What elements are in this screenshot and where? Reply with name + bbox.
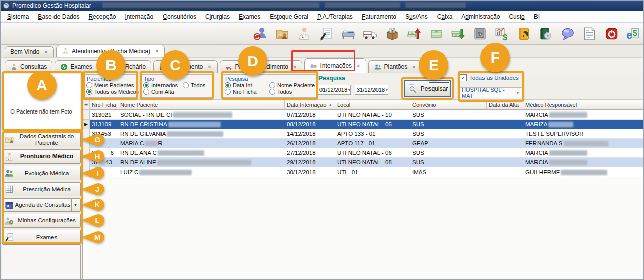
table-row[interactable]: ▶313109RN DE CRISTINA 08/12/2018UTI NEO … [83,120,644,129]
tab-fich-rio[interactable]: Fichário [109,60,151,73]
tab-close-icon[interactable]: ✕ [356,63,360,69]
radio-todos[interactable]: Todos [269,89,315,95]
tab-close-icon[interactable]: ✕ [293,64,297,70]
date-to-field[interactable]: 31/12/2018▼ [355,85,388,95]
safe-button[interactable] [471,25,489,43]
bed-button[interactable] [339,25,357,43]
radio-icon[interactable] [183,82,189,88]
column-header-data-interna-o[interactable]: Data Internação▲ [285,100,335,110]
tab-exames[interactable]: Exames✕ [55,60,106,73]
column-header-data-da-alta[interactable]: Data da Alta [487,100,523,110]
radio-internados[interactable]: Internados [143,82,183,88]
menu-bi[interactable]: BI [529,12,544,22]
unit-selector[interactable]: HOSPITAL SQL - MAT▼ [459,87,522,98]
menu-interna-o[interactable]: Internação [120,12,158,22]
radio-icon[interactable] [225,82,231,88]
sidebar-button-minhas-configura-es[interactable]: Minhas Configurações [2,214,81,228]
e-dollar-button[interactable]: e$ [625,25,643,43]
money-up-button[interactable] [405,25,423,43]
menu-caixa[interactable]: Caixa [433,12,457,22]
menu-sus-ans[interactable]: Sus/Ans [401,12,433,22]
sidebar-button-prontu-rio-m-dico[interactable]: Prontuário Médico [2,149,81,164]
chat-button[interactable] [559,25,577,43]
table-row[interactable]: 311453RN DE GILVANIA 14/12/2018APTO 133 … [83,129,644,139]
calendar-icon [4,200,14,210]
menu-sistema[interactable]: Sistema [3,12,33,22]
users-folder-button[interactable] [274,25,292,43]
radio-com-alta[interactable]: Com Alta [143,89,183,95]
sidebar-button-prescri-o-m-dica[interactable]: Prescrição Médica [2,182,81,196]
dropdown-arrow-icon[interactable]: ▼ [385,88,389,92]
radio-nro-ficha[interactable]: Nro Ficha [225,89,269,95]
money-stack-button[interactable] [427,25,445,43]
radio-icon[interactable] [143,89,149,95]
table-row[interactable]: 36RN DE ANA C27/12/2018UTI NEO NATAL - 0… [83,148,644,158]
radio-icon[interactable] [225,89,231,95]
radio-meus-pacientes[interactable]: Meus Pacientes [86,82,139,88]
menu-faturamento[interactable]: Faturamento [357,12,401,22]
tab-plant-es[interactable]: Plantões✕ [368,60,422,73]
dropdown-arrow-icon[interactable]: ▼ [71,199,79,211]
tab-close-icon[interactable]: ✕ [207,64,211,70]
table-row[interactable]: LUIZ C30/12/2018UTI - 01IMASGUILHERME [83,167,644,177]
menu-cirurgias[interactable]: Cirurgias [201,12,234,22]
tab-atendimentos-ficha-m-dica[interactable]: Atendimentos (Ficha Médica)✕ [56,45,165,57]
cell-medico-responsavel: TESTE SUPERVISOR [523,129,644,139]
book-cd-button[interactable] [537,25,555,43]
menu-exames[interactable]: Exames [234,12,265,22]
radio-icon[interactable] [269,82,275,88]
menu-custo[interactable]: Custo [504,12,529,22]
power-button[interactable] [603,25,621,43]
column-header-nro-ficha[interactable]: Nro Ficha [90,100,118,110]
sidebar-button-exames[interactable]: Exames [2,230,81,245]
tab-interna-es[interactable]: Internações✕ [304,58,366,73]
date-from-field[interactable]: 01/12/2018▼ [317,85,351,95]
row-indicator-header: ✳ [83,100,90,110]
tab-consultas[interactable]: Consultas [5,60,52,73]
column-header-conv-nio[interactable]: Convênio [410,100,487,110]
all-units-checkbox[interactable]: ✓ [460,74,467,81]
dropdown-arrow-icon[interactable]: ▼ [347,88,351,92]
contract-button[interactable] [317,25,336,43]
radio-icon[interactable] [86,89,92,95]
tab-pronto-atendimento[interactable]: Pronto Atendimento✕ [220,60,303,73]
radio-icon[interactable] [269,89,275,95]
doctor-button[interactable] [295,25,313,43]
chart-dollar-button[interactable]: $ [493,25,511,43]
tab-close-icon[interactable]: ✕ [97,64,101,70]
tab-close-icon[interactable]: ✕ [412,64,416,70]
tab-bem-vindo[interactable]: Bem Vindo✕ [5,46,54,57]
sidebar-button-dados-cadastrais-do-paciente[interactable]: Dados Cadastrais do Paciente [2,132,81,147]
sidebar-button-agenda-de-consultas[interactable]: Agenda de Consultas▼ [2,198,81,212]
menu-recep-o[interactable]: Recepção [84,12,120,22]
sidebar-button-evolu-o-m-dica[interactable]: Evolução Médica [2,166,81,180]
tab-close-icon[interactable]: ✕ [44,49,48,55]
tab-close-icon[interactable]: ✕ [155,48,159,54]
column-header-m-dico-respons-vel[interactable]: Médico Responsável [523,100,644,110]
column-header-nome-paciente[interactable]: Nome Paciente [118,100,285,110]
sync-users-button[interactable] [251,25,270,43]
column-header-local[interactable]: Local [335,100,410,110]
table-row[interactable]: 313021SOCIAL - RN DE CI07/12/2018UTI NEO… [83,110,644,120]
menu-p-a-terapias[interactable]: P.A./Terapias [313,12,357,22]
radio-todos-os-m-dicos[interactable]: Todos os Médicos [86,89,139,95]
radio-icon[interactable] [143,82,149,88]
radio-icon[interactable] [86,82,92,88]
table-row[interactable]: MARIA CR26/12/2018APTO 117 - 01GEAPFERNA… [83,139,644,148]
supplies-button[interactable] [383,25,401,43]
menu-estoque-geral[interactable]: Estoque Geral [265,12,313,22]
dropdown-arrow-icon[interactable]: ▼ [516,91,520,95]
radio-todos[interactable]: Todos [183,82,211,88]
menu-base-de-dados[interactable]: Base de Dados [33,12,84,22]
menu-consult-rios[interactable]: Consultórios [158,12,201,22]
menu-administra-o[interactable]: Administração [457,12,504,22]
radio-data-int[interactable]: Data Int. [225,82,269,88]
radio-nome-paciente[interactable]: Nome Paciente [269,82,315,88]
phonebook-button[interactable] [515,25,533,43]
invoice-button[interactable] [581,25,599,43]
money-down-button[interactable] [449,25,467,43]
tab-atendimento[interactable]: Atendimento✕ [153,60,218,73]
ambulance-button[interactable] [361,25,380,43]
search-button[interactable]: Pesquisar [404,80,451,97]
table-row[interactable]: 3143RN DE ALINE 29/12/2018UTI NEO NATAL … [83,158,644,167]
